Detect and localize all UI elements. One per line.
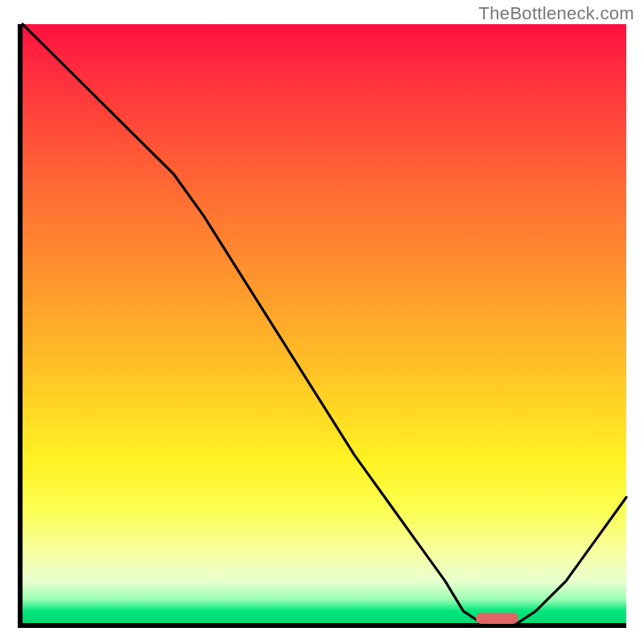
- optimal-range-marker: [476, 613, 518, 624]
- chart-frame: [18, 24, 626, 628]
- watermark-text: TheBottleneck.com: [479, 3, 634, 24]
- bottleneck-curve: [23, 24, 626, 623]
